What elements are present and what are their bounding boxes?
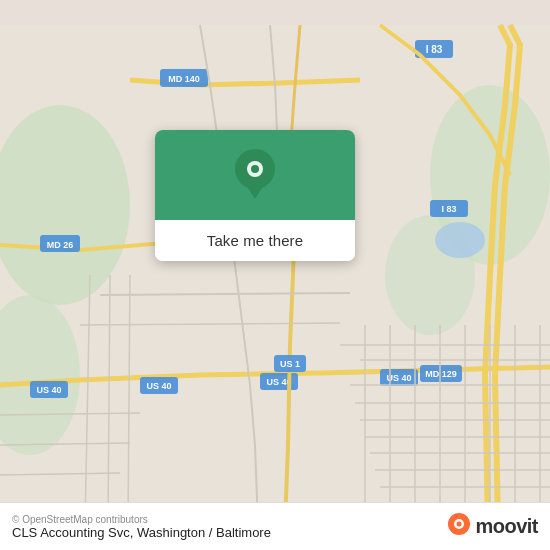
svg-point-5 bbox=[435, 222, 485, 258]
location-label: CLS Accounting Svc, Washington / Baltimo… bbox=[12, 525, 271, 540]
copyright-text: © OpenStreetMap contributors bbox=[12, 514, 271, 525]
moovit-pin-icon bbox=[447, 512, 471, 542]
map-background: I 83 MD 140 MD 26 US 40 US 40 US 40 US 4… bbox=[0, 0, 550, 550]
svg-text:MD 140: MD 140 bbox=[168, 74, 200, 84]
svg-point-58 bbox=[457, 521, 462, 526]
card-map-area bbox=[155, 130, 355, 220]
moovit-label: moovit bbox=[475, 515, 538, 538]
take-me-there-card: Take me there bbox=[155, 130, 355, 261]
svg-point-55 bbox=[251, 165, 259, 173]
bottom-info: © OpenStreetMap contributors CLS Account… bbox=[12, 514, 271, 540]
svg-text:I 83: I 83 bbox=[426, 44, 443, 55]
svg-text:US 1: US 1 bbox=[280, 359, 300, 369]
svg-text:MD 129: MD 129 bbox=[425, 369, 457, 379]
svg-text:US 40: US 40 bbox=[36, 385, 61, 395]
bottom-bar: © OpenStreetMap contributors CLS Account… bbox=[0, 502, 550, 550]
svg-marker-53 bbox=[241, 177, 269, 199]
moovit-logo: moovit bbox=[447, 512, 538, 542]
svg-text:US 40: US 40 bbox=[146, 381, 171, 391]
location-pin-icon bbox=[233, 149, 277, 201]
svg-text:MD 26: MD 26 bbox=[47, 240, 74, 250]
take-me-there-button[interactable]: Take me there bbox=[155, 220, 355, 261]
svg-text:I 83: I 83 bbox=[441, 204, 456, 214]
map-container: I 83 MD 140 MD 26 US 40 US 40 US 40 US 4… bbox=[0, 0, 550, 550]
